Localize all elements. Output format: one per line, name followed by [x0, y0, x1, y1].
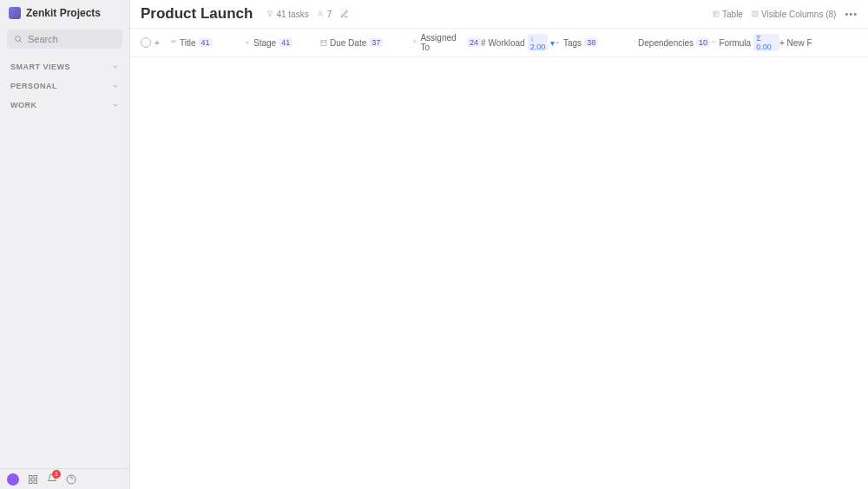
- app-logo[interactable]: Zenkit Projects: [0, 0, 129, 26]
- page-title: Product Launch: [141, 5, 253, 23]
- section-smart-views[interactable]: SMART VIEWS: [0, 56, 129, 75]
- svg-rect-2: [30, 475, 33, 479]
- toolbar: Product Launch 41 tasks 7 Table Visible …: [130, 0, 868, 29]
- search-input[interactable]: Search: [7, 30, 122, 49]
- users-icon: [318, 10, 325, 17]
- table-header: + Title41 Stage41 Due Date37 Assigned To…: [130, 29, 868, 57]
- sidebar: Zenkit Projects Search SMART VIEWS PERSO…: [0, 0, 130, 489]
- svg-point-0: [16, 36, 21, 42]
- section-work[interactable]: WORK: [0, 94, 129, 113]
- svg-rect-9: [713, 11, 719, 17]
- select-all[interactable]: [141, 37, 151, 48]
- svg-point-8: [319, 11, 321, 14]
- chevron-down-icon: [112, 63, 119, 70]
- header-deps[interactable]: Dependencies10: [632, 38, 710, 48]
- header-assigned[interactable]: Assigned To24: [411, 33, 481, 52]
- chevron-down-icon: [112, 102, 119, 109]
- header-new-field[interactable]: + New F: [779, 38, 823, 48]
- help-icon[interactable]: [66, 474, 76, 485]
- calendar-icon: [320, 39, 327, 46]
- header-formula[interactable]: FormulaΣ 0.00: [710, 34, 779, 51]
- footer-bar: 1: [0, 468, 129, 489]
- svg-marker-7: [267, 11, 273, 17]
- app-name: Zenkit Projects: [26, 7, 101, 19]
- visible-columns-button[interactable]: Visible Columns (8): [752, 10, 837, 19]
- search-icon: [14, 35, 23, 43]
- tag-icon: [554, 39, 561, 46]
- svg-line-1: [20, 41, 22, 43]
- view-table-button[interactable]: Table: [713, 10, 743, 19]
- header-tags[interactable]: Tags38: [554, 38, 632, 48]
- more-icon[interactable]: •••: [845, 9, 858, 19]
- chevron-down-icon: [112, 83, 119, 89]
- svg-point-20: [413, 40, 415, 42]
- filter-icon: [266, 10, 273, 17]
- svg-rect-5: [34, 480, 37, 484]
- text-icon: [170, 39, 177, 46]
- notifications-button[interactable]: 1: [47, 473, 57, 486]
- svg-rect-3: [34, 475, 37, 479]
- formula-icon: [710, 39, 716, 46]
- table-icon: [713, 10, 720, 17]
- table-body[interactable]: [130, 57, 868, 489]
- tag-icon: [244, 39, 251, 46]
- main-content: Product Launch 41 tasks 7 Table Visible …: [130, 0, 868, 489]
- svg-point-17: [247, 42, 248, 43]
- header-workload[interactable]: #Workload↓ 2.00▾: [481, 34, 554, 51]
- header-stage[interactable]: Stage41: [244, 38, 320, 48]
- svg-rect-4: [30, 480, 33, 484]
- edit-icon[interactable]: [340, 10, 349, 18]
- user-icon: [411, 39, 418, 46]
- filter-tasks[interactable]: 41 tasks: [266, 10, 308, 19]
- header-title[interactable]: Title41: [170, 38, 244, 48]
- apps-icon[interactable]: [28, 474, 38, 485]
- columns-icon: [752, 10, 759, 17]
- svg-rect-18: [321, 40, 326, 45]
- members-count[interactable]: 7: [318, 10, 332, 19]
- svg-point-21: [556, 42, 558, 43]
- section-personal[interactable]: PERSONAL: [0, 75, 129, 94]
- add-row-button[interactable]: +: [155, 38, 170, 48]
- logo-icon: [9, 7, 21, 19]
- header-due[interactable]: Due Date37: [320, 38, 411, 48]
- link-icon: [632, 39, 635, 46]
- user-avatar[interactable]: [7, 473, 19, 486]
- svg-rect-12: [753, 11, 758, 17]
